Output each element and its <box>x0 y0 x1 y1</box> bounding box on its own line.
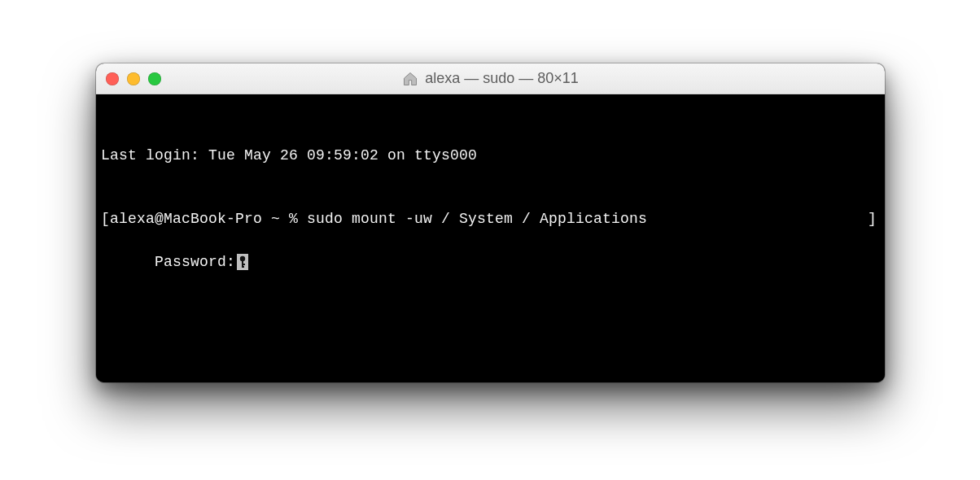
svg-rect-2 <box>242 264 245 265</box>
terminal-body[interactable]: Last login: Tue May 26 09:59:02 on ttys0… <box>96 94 885 382</box>
minimize-button[interactable] <box>127 72 140 85</box>
svg-rect-3 <box>242 266 244 268</box>
window-titlebar[interactable]: alexa — sudo — 80×11 <box>96 63 885 94</box>
terminal-line-last-login: Last login: Tue May 26 09:59:02 on ttys0… <box>101 145 880 166</box>
key-icon <box>237 254 248 270</box>
password-label: Password: <box>155 251 235 273</box>
terminal-command-text: [alexa@MacBook-Pro ~ % sudo mount -uw / … <box>101 208 647 229</box>
traffic-lights <box>106 72 161 85</box>
zoom-button[interactable] <box>148 72 161 85</box>
window-title: alexa — sudo — 80×11 <box>402 70 579 87</box>
terminal-command-right-bracket: ] <box>868 208 880 229</box>
terminal-line-password: Password: <box>155 251 248 273</box>
close-button[interactable] <box>106 72 119 85</box>
home-icon <box>402 71 418 87</box>
window-title-text: alexa — sudo — 80×11 <box>425 70 579 87</box>
terminal-window: alexa — sudo — 80×11 Last login: Tue May… <box>96 63 885 382</box>
terminal-line-command: [alexa@MacBook-Pro ~ % sudo mount -uw / … <box>101 208 880 229</box>
